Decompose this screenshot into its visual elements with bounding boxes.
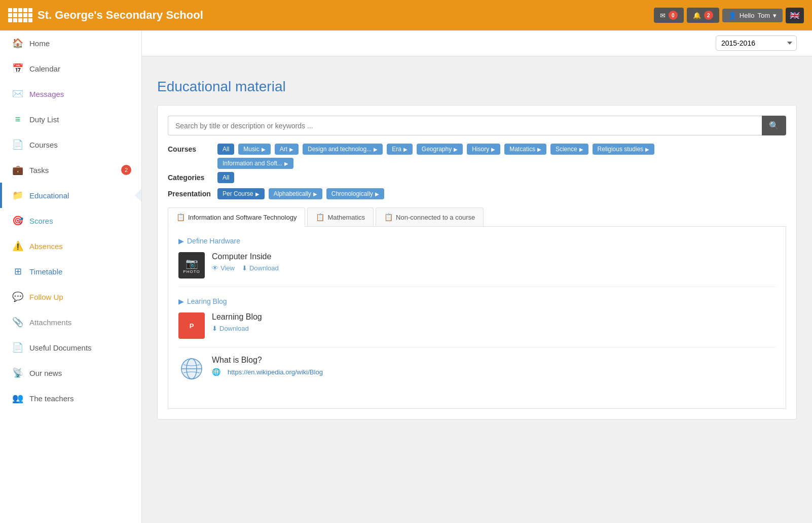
material-actions-what-is-blog: 🌐 https://en.wikipedia.org/wiki/Blog: [212, 368, 776, 376]
year-select[interactable]: 2014-2015 2015-2016 2016-2017: [716, 36, 797, 51]
sidebar-label-attachments: Attachments: [29, 318, 131, 327]
sidebar: 🏠 Home 📅 Calendar ✉️ Messages ≡ Duty Lis…: [0, 30, 142, 523]
sidebar-item-follow-up[interactable]: 💬 Follow Up: [0, 284, 141, 309]
download-link-learning-blog[interactable]: ⬇ Download: [212, 325, 249, 332]
courses-tag-music[interactable]: Music ▶: [238, 144, 270, 155]
presentation-tag-alphabetically[interactable]: Alphabetically ▶: [269, 188, 322, 199]
tab-content-area: ▶ Define Hardware 📷 PHOTO Computer Insid…: [168, 227, 786, 409]
mail-button[interactable]: ✉ 0: [654, 8, 684, 23]
download-link-computer-inside[interactable]: ⬇ Download: [242, 264, 279, 272]
sidebar-item-courses[interactable]: 📄 Courses: [0, 132, 141, 157]
view-link-computer-inside[interactable]: 👁 View: [212, 264, 235, 272]
tab-nc-label: Non-connected to a course: [396, 214, 475, 221]
followup-icon: 💬: [12, 291, 23, 302]
notification-button[interactable]: 🔔 2: [687, 8, 719, 23]
bell-icon: 🔔: [693, 12, 701, 19]
material-info-what-is-blog: What is Blog? 🌐 https://en.wikipedia.org…: [212, 356, 776, 376]
presentation-tag-chronologically[interactable]: Chronologically ▶: [326, 188, 384, 199]
wiki-link-what-is-blog[interactable]: https://en.wikipedia.org/wiki/Blog: [228, 368, 323, 376]
courses-tag-science[interactable]: Science ▶: [550, 144, 588, 155]
categories-tag-all[interactable]: All: [217, 172, 234, 183]
section-define-hardware[interactable]: ▶ Define Hardware: [178, 237, 776, 245]
main-content: 2014-2015 2015-2016 2016-2017 Educationa…: [142, 30, 812, 523]
active-arrow: [135, 188, 142, 202]
photo-label: PHOTO: [183, 269, 200, 274]
content-tabs: 📋 Information and Software Technology 📋 …: [168, 207, 786, 227]
presentation-tag-per-course[interactable]: Per Course ▶: [217, 188, 265, 199]
sidebar-item-timetable[interactable]: ⊞ Timetable: [0, 259, 141, 284]
sidebar-item-scores[interactable]: 🎯 Scores: [0, 208, 141, 233]
absences-icon: ⚠️: [12, 240, 23, 252]
tab-math-icon: 📋: [316, 213, 324, 221]
categories-filter-row: Categories All: [168, 172, 786, 183]
tab-info-software[interactable]: 📋 Information and Software Technology: [168, 207, 305, 227]
tab-ist-icon: 📋: [176, 213, 185, 221]
search-card: 🔍 Courses All Music ▶ Art ▶ Design and t…: [157, 105, 797, 420]
sidebar-label-follow-up: Follow Up: [29, 293, 131, 301]
main-inner: Educational material 🔍 Courses All Music…: [142, 56, 812, 430]
sidebar-item-absences[interactable]: ⚠️ Absences: [0, 233, 141, 259]
user-menu-button[interactable]: 👤 Hello Tom ▾: [722, 9, 783, 22]
sidebar-item-educational[interactable]: 📁 Educational: [0, 183, 141, 208]
courses-tag-art[interactable]: Art ▶: [275, 144, 299, 155]
sidebar-label-courses: Courses: [29, 141, 131, 149]
sidebar-item-tasks[interactable]: 💼 Tasks 2: [0, 157, 141, 183]
duty-icon: ≡: [12, 114, 23, 125]
section-chevron-2: ▶: [178, 297, 184, 305]
sidebar-label-the-teachers: The teachers: [29, 394, 131, 403]
app-layout: 🏠 Home 📅 Calendar ✉️ Messages ≡ Duty Lis…: [0, 30, 812, 523]
courses-tag-matcatics[interactable]: Matcatics ▶: [504, 144, 546, 155]
tab-math-label: Mathematics: [327, 214, 365, 221]
calendar-icon: 📅: [12, 63, 23, 74]
courses-filter-row: Courses All Music ▶ Art ▶ Design and tec…: [168, 144, 786, 155]
search-icon: 🔍: [769, 121, 779, 130]
presentation-filter-row: Presentation Per Course ▶ Alphabetically…: [168, 188, 786, 199]
timetable-icon: ⊞: [12, 266, 23, 277]
sidebar-item-calendar[interactable]: 📅 Calendar: [0, 56, 141, 81]
sidebar-label-messages: Messages: [29, 90, 131, 98]
courses-tag-design[interactable]: Design and technolog... ▶: [303, 144, 383, 155]
page-title: Educational material: [157, 79, 797, 95]
mail-badge: 0: [669, 11, 678, 20]
scores-icon: 🎯: [12, 215, 23, 226]
sidebar-item-the-teachers[interactable]: 👥 The teachers: [0, 386, 141, 411]
sidebar-label-scores: Scores: [29, 217, 131, 225]
tab-nc-icon: 📋: [384, 213, 393, 221]
tab-mathematics[interactable]: 📋 Mathematics: [307, 207, 374, 226]
useful-icon: 📄: [12, 342, 23, 353]
sidebar-item-useful-documents[interactable]: 📄 Useful Documents: [0, 335, 141, 360]
search-input[interactable]: [168, 116, 762, 135]
header-title: St. George's Secondary School: [38, 9, 203, 22]
courses-tag-hisory[interactable]: Hisory ▶: [467, 144, 500, 155]
sidebar-label-our-news: Our news: [29, 369, 131, 377]
sidebar-item-attachments[interactable]: 📎 Attachments: [0, 309, 141, 335]
material-item-computer-inside: 📷 PHOTO Computer Inside 👁 View ⬇ Downloa…: [178, 252, 776, 287]
search-button[interactable]: 🔍: [762, 116, 786, 135]
section-title-2: Learing Blog: [187, 297, 227, 305]
tab-non-connected[interactable]: 📋 Non-connected to a course: [376, 207, 484, 226]
sidebar-item-our-news[interactable]: 📡 Our news: [0, 360, 141, 386]
material-info-computer-inside: Computer Inside 👁 View ⬇ Download: [212, 252, 776, 272]
sidebar-label-educational: Educational: [29, 191, 131, 200]
courses-tag-geography[interactable]: Geography ▶: [417, 144, 463, 155]
sidebar-item-home[interactable]: 🏠 Home: [0, 30, 141, 56]
presentation-filter-label: Presentation: [168, 190, 213, 198]
globe-svg: [180, 358, 203, 380]
search-row: 🔍: [168, 116, 786, 135]
courses-tag-religious[interactable]: Religious studies ▶: [593, 144, 655, 155]
sidebar-item-duty-list[interactable]: ≡ Duty List: [0, 107, 141, 132]
language-button[interactable]: 🇬🇧: [786, 8, 804, 23]
courses-tag-info[interactable]: Information and Soft... ▶: [217, 158, 293, 169]
courses-tag-all[interactable]: All: [217, 144, 234, 155]
material-info-learning-blog: Learning Blog ⬇ Download: [212, 312, 776, 332]
section-chevron-1: ▶: [178, 237, 184, 245]
material-item-what-is-blog: What is Blog? 🌐 https://en.wikipedia.org…: [178, 356, 776, 390]
material-actions-computer-inside: 👁 View ⬇ Download: [212, 264, 776, 272]
sidebar-item-messages[interactable]: ✉️ Messages: [0, 81, 141, 107]
courses-tag-era[interactable]: Era ▶: [387, 144, 413, 155]
messages-icon: ✉️: [12, 88, 23, 99]
attachments-icon: 📎: [12, 317, 23, 328]
section-learing-blog[interactable]: ▶ Learing Blog: [178, 297, 776, 305]
material-title-computer-inside: Computer Inside: [212, 252, 776, 261]
year-bar: 2014-2015 2015-2016 2016-2017: [142, 30, 812, 56]
